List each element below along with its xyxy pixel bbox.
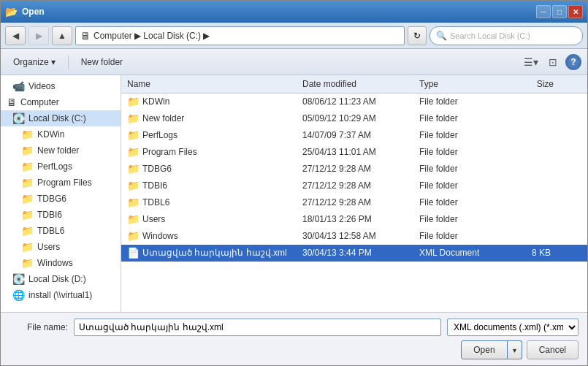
file-date-tdbi6: 27/12/12 9:28 AM — [297, 180, 413, 191]
minimize-button[interactable]: ─ — [536, 5, 551, 18]
search-placeholder: Search Local Disk (C:) — [450, 31, 530, 40]
sidebar-label-local-disk-d: Local Disk (D:) — [28, 274, 86, 284]
file-row-program-files[interactable]: 📁Program Files25/04/13 11:01 AMFile fold… — [121, 144, 587, 161]
file-row-new-folder[interactable]: 📁New folder05/09/12 10:29 AMFile folder — [121, 110, 587, 127]
maximize-button[interactable]: □ — [552, 5, 567, 18]
toolbar-separator — [68, 55, 69, 69]
close-button[interactable]: ✕ — [568, 5, 583, 18]
col-header-type[interactable]: Type — [413, 77, 501, 91]
sidebar-item-tdbg6[interactable]: 📁TDBG6 — [1, 191, 121, 207]
file-row-tdbi6[interactable]: 📁TDBI627/12/12 9:28 AMFile folder — [121, 178, 587, 194]
sidebar-item-new-folder[interactable]: 📁New folder — [1, 142, 121, 159]
new-folder-button[interactable]: New folder — [75, 53, 129, 72]
sidebar-item-windows[interactable]: 📁Windows — [1, 255, 121, 271]
sidebar-item-tdbl6[interactable]: 📁TDBL6 — [1, 223, 121, 239]
file-date-program-files: 25/04/13 11:01 AM — [297, 146, 413, 158]
main-content: 📹Videos🖥Computer💽Local Disk (C:)📁KDWin📁N… — [1, 75, 587, 312]
open-button[interactable]: Open — [461, 340, 507, 359]
sidebar-item-computer[interactable]: 🖥Computer — [1, 94, 121, 110]
file-row-perflogs[interactable]: 📁PerfLogs14/07/09 7:37 AMFile folder — [121, 127, 587, 144]
file-size-windows — [501, 235, 560, 237]
file-size-program-files — [501, 151, 560, 153]
file-type-tdbi6: File folder — [413, 180, 501, 191]
file-name-row: File name: XML documents (.xml) (*.xml) — [9, 319, 579, 336]
sidebar-icon-new-folder: 📁 — [21, 145, 34, 156]
open-dialog: 📂 Open ─ □ ✕ ◀ ▶ ▲ 🖥 Computer ▶ Local Di… — [0, 0, 588, 366]
search-box[interactable]: 🔍 Search Local Disk (C:) — [429, 26, 583, 45]
file-list-header: Name Date modified Type Size — [121, 75, 587, 94]
sidebar-item-local-disk-d[interactable]: 💽Local Disk (D:) — [1, 271, 121, 287]
file-row-tdbg6[interactable]: 📁TDBG627/12/12 9:28 AMFile folder — [121, 161, 587, 178]
sidebar-label-tdbl6: TDBL6 — [37, 226, 64, 236]
sidebar-label-install: install (\\virtual1) — [28, 290, 92, 300]
open-button-group: Open ▾ — [461, 340, 522, 359]
file-row-tdbl6[interactable]: 📁TDBL627/12/12 9:28 AMFile folder — [121, 194, 587, 211]
sidebar-label-tdbi6: TDBI6 — [37, 210, 62, 220]
file-name-text-perflogs: PerfLogs — [142, 130, 177, 140]
file-name-cell-windows: 📁Windows — [121, 229, 297, 243]
file-type-program-files: File folder — [413, 146, 501, 158]
file-name-text-program-files: Program Files — [142, 147, 197, 157]
col-header-size[interactable]: Size — [501, 77, 560, 91]
sidebar-item-tdbi6[interactable]: 📁TDBI6 — [1, 207, 121, 223]
address-path[interactable]: 🖥 Computer ▶ Local Disk (C:) ▶ — [75, 26, 405, 45]
file-name-input[interactable] — [74, 319, 441, 336]
preview-pane-button[interactable]: ⊡ — [543, 53, 562, 71]
file-rows: 📁KDWin08/06/12 11:23 AMFile folder📁New f… — [121, 94, 587, 262]
up-button[interactable]: ▲ — [52, 26, 72, 45]
sidebar-item-program-files[interactable]: 📁Program Files — [1, 175, 121, 191]
file-row-xml-file[interactable]: 📄Ստացված հարկային հաշվ.xml30/04/13 3:44 … — [121, 245, 587, 262]
file-row-users[interactable]: 📁Users18/01/13 2:26 PMFile folder — [121, 211, 587, 228]
new-folder-label: New folder — [81, 57, 123, 67]
file-icon-users: 📁 — [127, 213, 140, 225]
file-date-users: 18/01/13 2:26 PM — [297, 213, 413, 225]
file-size-kdwin — [501, 101, 560, 102]
file-type-windows: File folder — [413, 230, 501, 242]
back-button[interactable]: ◀ — [5, 26, 26, 45]
sidebar-icon-users: 📁 — [21, 241, 34, 253]
window-title: Open — [22, 7, 45, 17]
file-icon-tdbi6: 📁 — [127, 180, 140, 191]
col-header-date[interactable]: Date modified — [297, 77, 413, 91]
file-icon-new-folder: 📁 — [127, 113, 140, 124]
file-icon-tdbg6: 📁 — [127, 163, 140, 175]
file-size-perflogs — [501, 134, 560, 136]
sidebar-icon-tdbi6: 📁 — [21, 209, 34, 221]
sidebar-item-videos[interactable]: 📹Videos — [1, 78, 121, 94]
sidebar-icon-install: 🌐 — [12, 289, 25, 301]
sidebar-item-install[interactable]: 🌐install (\\virtual1) — [1, 287, 121, 303]
file-size-tdbg6 — [501, 168, 560, 169]
sidebar-icon-tdbg6: 📁 — [21, 193, 34, 205]
sidebar-item-local-disk-c[interactable]: 💽Local Disk (C:) — [1, 110, 121, 126]
open-dropdown-arrow[interactable]: ▾ — [508, 340, 522, 359]
sidebar-icon-windows: 📁 — [21, 257, 34, 269]
sidebar-label-windows: Windows — [37, 258, 73, 268]
file-name-text-users: Users — [142, 214, 165, 224]
file-name-cell-kdwin: 📁KDWin — [121, 95, 297, 108]
sidebar-item-kdwin[interactable]: 📁KDWin — [1, 126, 121, 142]
sidebar-item-perflogs[interactable]: 📁PerfLogs — [1, 159, 121, 175]
forward-button[interactable]: ▶ — [28, 26, 49, 45]
col-header-name[interactable]: Name — [121, 77, 297, 91]
cancel-button[interactable]: Cancel — [527, 340, 579, 359]
help-button[interactable]: ? — [565, 54, 581, 70]
file-date-kdwin: 08/06/12 11:23 AM — [297, 96, 413, 107]
title-bar: 📂 Open ─ □ ✕ — [1, 1, 587, 23]
file-name-cell-program-files: 📁Program Files — [121, 145, 297, 159]
file-list: Name Date modified Type Size 📁KDWin08/06… — [121, 75, 587, 312]
file-name-cell-tdbg6: 📁TDBG6 — [121, 162, 297, 175]
file-name-text-windows: Windows — [142, 231, 178, 241]
file-date-perflogs: 14/07/09 7:37 AM — [297, 129, 413, 141]
sidebar-label-videos: Videos — [28, 81, 55, 91]
organize-button[interactable]: Organize ▾ — [7, 53, 62, 72]
file-row-windows[interactable]: 📁Windows30/04/13 12:58 AMFile folder — [121, 228, 587, 245]
sidebar-icon-local-disk-d: 💽 — [12, 273, 25, 285]
file-type-dropdown[interactable]: XML documents (.xml) (*.xml) — [447, 319, 579, 336]
sidebar-label-kdwin: KDWin — [37, 129, 64, 140]
sidebar-label-new-folder: New folder — [37, 145, 79, 156]
refresh-button[interactable]: ↻ — [408, 26, 427, 45]
view-options-button[interactable]: ☰▾ — [522, 53, 541, 71]
sidebar-item-users[interactable]: 📁Users — [1, 239, 121, 255]
file-row-kdwin[interactable]: 📁KDWin08/06/12 11:23 AMFile folder — [121, 94, 587, 110]
file-icon-xml-file: 📄 — [127, 247, 140, 259]
